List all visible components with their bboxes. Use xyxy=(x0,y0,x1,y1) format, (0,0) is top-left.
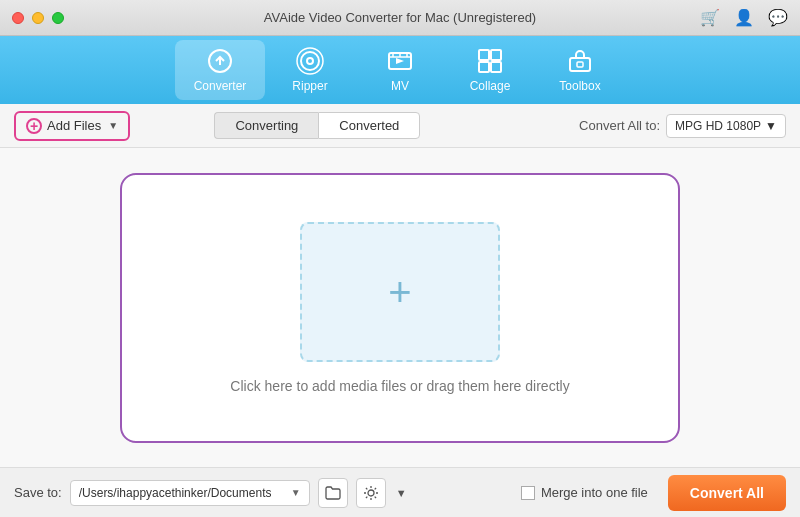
drop-area[interactable]: + Click here to add media files or drag … xyxy=(120,173,680,443)
tab-converted[interactable]: Converted xyxy=(318,112,420,139)
svg-point-16 xyxy=(368,490,374,496)
drop-text: Click here to add media files or drag th… xyxy=(230,378,569,394)
merge-label: Merge into one file xyxy=(541,485,648,500)
add-files-button[interactable]: + Add Files ▼ xyxy=(14,111,130,141)
add-files-label: Add Files xyxy=(47,118,101,133)
nav-label-toolbox: Toolbox xyxy=(559,79,600,93)
inner-drop-box[interactable]: + xyxy=(300,222,500,362)
title-bar: AVAide Video Converter for Mac (Unregist… xyxy=(0,0,800,36)
folder-icon-btn[interactable] xyxy=(318,478,348,508)
convert-all-to-area: Convert All to: MPG HD 1080P ▼ xyxy=(579,114,786,138)
svg-rect-10 xyxy=(479,50,489,60)
toolbar: + Add Files ▼ Converting Converted Conve… xyxy=(0,104,800,148)
nav-item-mv[interactable]: MV xyxy=(355,40,445,100)
merge-checkbox[interactable] xyxy=(521,486,535,500)
big-plus-icon: + xyxy=(388,272,411,312)
tab-group: Converting Converted xyxy=(214,112,420,139)
fullscreen-button[interactable] xyxy=(52,12,64,24)
svg-point-2 xyxy=(301,52,319,70)
chat-icon[interactable]: 💬 xyxy=(768,8,788,27)
minimize-button[interactable] xyxy=(32,12,44,24)
convert-all-button[interactable]: Convert All xyxy=(668,475,786,511)
window-title: AVAide Video Converter for Mac (Unregist… xyxy=(264,10,536,25)
save-to-label: Save to: xyxy=(14,485,62,500)
close-button[interactable] xyxy=(12,12,24,24)
nav-label-collage: Collage xyxy=(470,79,511,93)
format-selector[interactable]: MPG HD 1080P ▼ xyxy=(666,114,786,138)
user-icon[interactable]: 👤 xyxy=(734,8,754,27)
nav-label-mv: MV xyxy=(391,79,409,93)
save-path-input[interactable]: /Users/ihappyacethinker/Documents ▼ xyxy=(70,480,310,506)
cart-icon[interactable]: 🛒 xyxy=(700,8,720,27)
svg-rect-15 xyxy=(577,62,583,67)
tab-converting[interactable]: Converting xyxy=(214,112,318,139)
nav-item-converter[interactable]: Converter xyxy=(175,40,265,100)
svg-rect-11 xyxy=(491,50,501,60)
format-label: MPG HD 1080P xyxy=(675,119,761,133)
format-dropdown-arrow: ▼ xyxy=(765,119,777,133)
nav-item-ripper[interactable]: Ripper xyxy=(265,40,355,100)
settings-icon-btn[interactable] xyxy=(356,478,386,508)
traffic-lights xyxy=(12,12,64,24)
save-path-arrow: ▼ xyxy=(291,487,301,498)
add-plus-icon: + xyxy=(26,118,42,134)
svg-rect-12 xyxy=(479,62,489,72)
save-path-text: /Users/ihappyacethinker/Documents xyxy=(79,486,272,500)
title-bar-actions: 🛒 👤 💬 xyxy=(700,8,788,27)
add-files-dropdown-arrow: ▼ xyxy=(108,120,118,131)
nav-bar: Converter Ripper MV Collage xyxy=(0,36,800,104)
nav-item-collage[interactable]: Collage xyxy=(445,40,535,100)
nav-item-toolbox[interactable]: Toolbox xyxy=(535,40,625,100)
nav-label-ripper: Ripper xyxy=(292,79,327,93)
merge-checkbox-area: Merge into one file xyxy=(521,485,648,500)
settings-dropdown-arrow: ▼ xyxy=(396,487,407,499)
bottom-bar: Save to: /Users/ihappyacethinker/Documen… xyxy=(0,467,800,517)
svg-rect-13 xyxy=(491,62,501,72)
nav-label-converter: Converter xyxy=(194,79,247,93)
main-content: + Click here to add media files or drag … xyxy=(0,148,800,467)
svg-point-3 xyxy=(307,58,313,64)
svg-rect-14 xyxy=(570,58,590,71)
convert-all-to-label: Convert All to: xyxy=(579,118,660,133)
